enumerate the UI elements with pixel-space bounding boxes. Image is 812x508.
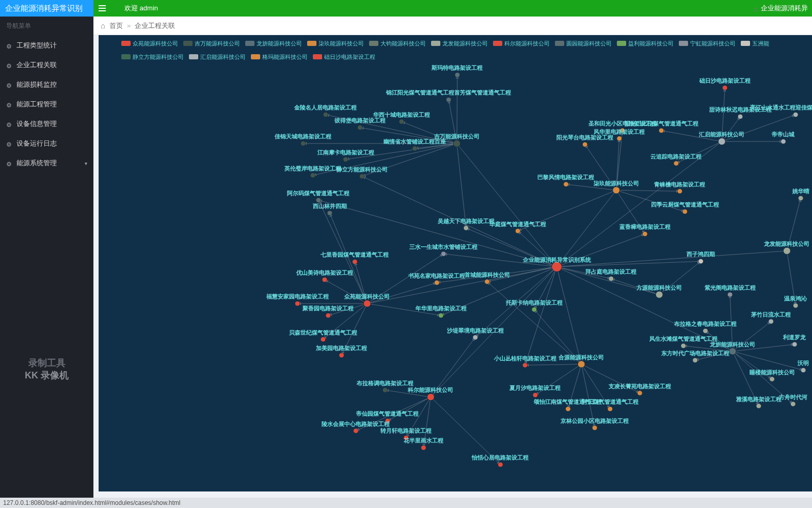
legend-item-7[interactable]: 圆园能源科技公司 [555,38,612,49]
graph-node[interactable] [321,337,326,342]
sidebar-item-5[interactable]: 设备运行日志 [0,134,93,153]
graph-node[interactable] [421,445,426,450]
legend-item-12[interactable]: 汇启能源科技公司 [189,52,246,62]
sidebar-item-3[interactable]: 能源工程管理 [0,94,93,114]
graph-node[interactable] [792,342,797,347]
graph-node[interactable] [703,328,708,334]
graph-node[interactable] [498,462,503,467]
topbar-right-crumb[interactable]: 企业能源消耗异 [753,4,808,13]
graph-node[interactable] [412,146,418,151]
graph-node[interactable] [681,343,686,348]
legend-item-2[interactable]: 龙旂能源科技公司 [245,38,302,49]
graph-node[interactable] [582,142,587,147]
graph-node[interactable] [326,313,331,318]
graph-node[interactable] [322,277,327,282]
sidebar-item-2[interactable]: 能源损耗监控 [0,75,93,94]
graph-node[interactable] [656,291,663,298]
graph-node[interactable] [441,251,446,257]
legend-item-0[interactable]: 众苑能源科技公司 [121,38,178,49]
graph-node[interactable] [300,141,306,146]
graph-node[interactable] [515,229,520,234]
graph-node[interactable] [485,279,490,284]
graph-node[interactable] [798,196,803,201]
graph-node[interactable] [592,425,597,431]
graph-node[interactable] [357,125,362,130]
legend-item-13[interactable]: 格玛能源科技公司 [251,52,308,62]
legend-item-4[interactable]: 大钧能源科技公司 [369,38,426,49]
graph-node[interactable] [738,114,743,119]
graph-node[interactable] [438,313,443,318]
graph-node[interactable] [722,85,727,90]
graph-node[interactable] [682,209,688,214]
graph-node[interactable] [693,358,698,363]
graph-node[interactable] [383,388,388,393]
graph-node[interactable] [609,276,614,281]
graph-node[interactable] [353,428,358,434]
graph-node[interactable] [352,259,357,264]
graph-node[interactable] [769,319,774,324]
graph-node[interactable] [563,182,568,187]
graph-node[interactable] [363,300,371,307]
graph-canvas[interactable]: 众苑能源科技公司吉万能源科技公司龙旂能源科技公司柒玖能源科技公司大钧能源科技公司… [99,35,812,491]
graph-node[interactable] [659,128,664,133]
legend-item-3[interactable]: 柒玖能源科技公司 [307,38,364,49]
graph-node[interactable] [310,173,315,178]
legend-item-11[interactable]: 静立方能源科技公司 [121,52,184,62]
graph-node[interactable] [613,187,620,194]
graph-node[interactable] [781,139,786,144]
graph-node[interactable] [617,136,622,141]
graph-node[interactable] [608,406,613,411]
graph-node[interactable] [323,112,328,117]
graph-node[interactable] [464,226,469,231]
legend-item-9[interactable]: 宁虹能源科技公司 [679,38,736,49]
legend-item-8[interactable]: 益利能源科技公司 [617,38,674,49]
graph-node[interactable] [522,363,528,368]
sidebar-item-1[interactable]: 企业工程关联 [0,55,93,75]
graph-node[interactable] [343,157,348,162]
node-label: 三水一生城市水管铺设工程 [409,243,477,251]
sidebar-item-0[interactable]: 工程类型统计 [0,36,93,55]
graph-node[interactable] [783,247,790,254]
graph-node[interactable] [427,393,434,400]
graph-node[interactable] [455,72,460,77]
legend-item-14[interactable]: 础日沙电路架设工程 [313,52,375,62]
graph-node[interactable] [790,402,795,407]
graph-node[interactable] [698,259,704,264]
legend-item-5[interactable]: 龙发能源科技公司 [431,38,488,49]
graph-node[interactable] [727,292,733,297]
graph-node[interactable] [359,174,364,179]
graph-node[interactable] [677,189,682,194]
graph-node[interactable] [532,307,537,312]
graph-node[interactable] [446,97,451,102]
graph-node[interactable] [793,303,798,308]
graph-node[interactable] [756,404,761,409]
sidebar-item-4[interactable]: 设备信息管理 [0,114,93,134]
legend-item-6[interactable]: 科尔能源科技公司 [493,38,550,49]
graph-node[interactable] [793,112,798,117]
hamburger-icon[interactable] [99,5,112,11]
graph-node[interactable] [295,301,300,306]
graph-node[interactable] [718,138,725,145]
graph-node[interactable] [729,348,736,355]
graph-node[interactable] [327,211,332,216]
graph-node[interactable] [473,335,478,340]
graph-node[interactable] [674,161,679,166]
graph-node[interactable] [453,140,460,147]
graph-node[interactable] [434,280,439,285]
graph-node[interactable] [339,353,344,358]
legend-item-10[interactable]: 五洲能 [741,38,769,49]
node-label: 东方时代广场电路架设工程 [661,350,729,357]
graph-node[interactable] [637,391,642,396]
crumb-home[interactable]: 首页 [109,21,123,30]
graph-node[interactable] [770,377,775,382]
home-icon[interactable] [101,21,105,30]
graph-node[interactable] [565,406,570,411]
graph-node[interactable] [533,392,538,398]
sidebar-item-6[interactable]: 能源系统管理▾ [0,153,93,173]
graph-node[interactable] [801,368,806,373]
graph-node[interactable] [399,119,404,124]
node-label: 科尔能源科技公司 [408,386,453,394]
legend-item-1[interactable]: 吉万能源科技公司 [183,38,240,49]
graph-node[interactable] [642,231,647,236]
graph-node[interactable] [578,361,585,368]
